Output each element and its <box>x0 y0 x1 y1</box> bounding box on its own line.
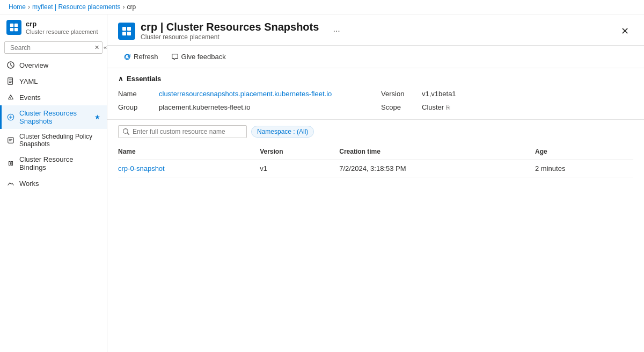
more-options-button[interactable]: ··· <box>328 24 344 38</box>
search-input[interactable] <box>10 44 91 52</box>
copy-icon[interactable]: ⎘ <box>446 104 450 111</box>
sidebar-resource-subtitle: Cluster resource placement <box>26 28 98 35</box>
sidebar: crp Cluster resource placement ✕ « Overv… <box>0 15 107 352</box>
page-subtitle: Cluster resource placement <box>141 33 319 41</box>
namespace-filter-badge[interactable]: Namespace : (All) <box>251 126 314 138</box>
chevron-up-icon: ∧ <box>118 75 123 83</box>
bindings-label: Cluster Resource Bindings <box>19 155 100 171</box>
snapshot-name-link[interactable]: crp-0-snapshot <box>118 164 165 173</box>
yaml-icon <box>6 77 15 85</box>
essentials-name-row: Name clusterresourcesnapshots.placement.… <box>118 88 370 99</box>
svg-rect-9 <box>127 27 131 31</box>
col-name[interactable]: Name <box>118 143 260 160</box>
table-row: crp-0-snapshot v1 7/2/2024, 3:18:53 PM 2… <box>118 160 633 177</box>
sidebar-item-cluster-resources-snapshots[interactable]: Cluster Resources Snapshots ★ <box>0 105 107 129</box>
essentials-section: ∧ Essentials Name clusterresourcesnapsho… <box>107 68 644 120</box>
snapshots-icon <box>6 113 15 121</box>
essentials-name-label: Name <box>118 90 156 98</box>
sidebar-item-overview[interactable]: Overview <box>0 57 107 73</box>
events-icon <box>6 93 15 102</box>
essentials-version-value: v1,v1beta1 <box>422 90 456 98</box>
policy-snapshots-label: Cluster Scheduling Policy Snapshots <box>19 133 100 148</box>
resource-search-input[interactable] <box>133 128 242 135</box>
sidebar-header: crp Cluster resource placement <box>0 15 107 38</box>
svg-rect-3 <box>14 28 18 31</box>
search-clear-icon[interactable]: ✕ <box>93 44 101 52</box>
essentials-scope-row: Scope Cluster ⎘ <box>381 102 633 113</box>
snapshot-age: 2 minutes <box>535 160 633 177</box>
essentials-scope-label: Scope <box>381 103 419 111</box>
breadcrumb-home[interactable]: Home <box>9 3 26 11</box>
col-age[interactable]: Age <box>535 143 633 160</box>
sidebar-item-events[interactable]: Events <box>0 89 107 105</box>
sidebar-item-yaml[interactable]: YAML <box>0 73 107 89</box>
essentials-header[interactable]: ∧ Essentials <box>118 75 633 83</box>
refresh-icon <box>123 53 131 61</box>
resources-table: Name Version Creation time Age crp-0-sna… <box>118 143 633 177</box>
feedback-label: Give feedback <box>181 53 226 61</box>
sidebar-search-box[interactable]: ✕ « <box>4 41 103 54</box>
col-creation-time[interactable]: Creation time <box>339 143 535 160</box>
snapshot-version: v1 <box>260 160 339 177</box>
close-button[interactable]: ✕ <box>617 23 633 39</box>
feedback-icon <box>171 53 179 61</box>
sidebar-logo-icon <box>6 20 21 35</box>
overview-label: Overview <box>19 61 48 69</box>
main-content: crp | Cluster Resources Snapshots Cluste… <box>107 15 644 352</box>
snapshot-creation-time: 7/2/2024, 3:18:53 PM <box>339 160 535 177</box>
page-title: crp | Cluster Resources Snapshots <box>141 21 319 33</box>
essentials-group-label: Group <box>118 103 156 111</box>
essentials-grid: Name clusterresourcesnapshots.placement.… <box>118 88 633 113</box>
essentials-title: Essentials <box>127 75 161 83</box>
breadcrumb: Home › myfleet | Resource placements › c… <box>0 0 644 15</box>
works-icon <box>6 179 15 188</box>
star-icon[interactable]: ★ <box>94 113 100 121</box>
content-header: crp | Cluster Resources Snapshots Cluste… <box>107 15 644 46</box>
yaml-label: YAML <box>19 77 38 85</box>
table-body: crp-0-snapshot v1 7/2/2024, 3:18:53 PM 2… <box>118 160 633 177</box>
sidebar-nav: Overview YAML Events Clust <box>0 57 107 352</box>
svg-rect-10 <box>122 32 126 35</box>
essentials-scope-value: Cluster ⎘ <box>422 103 450 111</box>
breadcrumb-myfleet[interactable]: myfleet | Resource placements <box>32 3 121 11</box>
svg-rect-7 <box>8 138 14 143</box>
sidebar-item-cluster-resource-bindings[interactable]: Cluster Resource Bindings <box>0 152 107 175</box>
svg-rect-0 <box>10 24 13 27</box>
col-version[interactable]: Version <box>260 143 339 160</box>
table-header: Name Version Creation time Age <box>118 143 633 160</box>
filter-search-box[interactable] <box>118 125 247 138</box>
overview-icon <box>6 61 15 69</box>
filter-search-icon <box>123 128 129 135</box>
cluster-resources-snapshots-label: Cluster Resources Snapshots <box>19 109 90 125</box>
essentials-name-value: clusterresourcesnapshots.placement.kuber… <box>159 90 332 98</box>
sidebar-item-works[interactable]: Works <box>0 175 107 191</box>
filter-bar: Namespace : (All) <box>107 120 644 143</box>
svg-rect-8 <box>122 27 126 31</box>
content-logo-icon <box>118 23 135 40</box>
refresh-label: Refresh <box>134 53 158 61</box>
feedback-button[interactable]: Give feedback <box>166 50 231 63</box>
works-label: Works <box>19 179 39 188</box>
essentials-version-row: Version v1,v1beta1 <box>381 88 633 99</box>
essentials-group-value: placement.kubernetes-fleet.io <box>159 103 251 111</box>
sidebar-item-cluster-scheduling-policy-snapshots[interactable]: Cluster Scheduling Policy Snapshots <box>0 129 107 152</box>
svg-rect-2 <box>10 28 13 31</box>
essentials-version-label: Version <box>381 90 419 98</box>
content-logo-svg <box>121 26 132 37</box>
table-container: Name Version Creation time Age crp-0-sna… <box>107 143 644 177</box>
sidebar-resource-title: crp <box>26 20 98 28</box>
breadcrumb-crp: crp <box>127 3 136 11</box>
events-label: Events <box>19 94 41 102</box>
bindings-icon <box>6 159 15 168</box>
svg-rect-11 <box>127 32 131 35</box>
toolbar: Refresh Give feedback <box>107 46 644 68</box>
policy-icon <box>6 136 15 145</box>
svg-rect-1 <box>14 24 18 27</box>
search-collapse-icon[interactable]: « <box>102 44 107 52</box>
refresh-button[interactable]: Refresh <box>118 50 164 63</box>
crp-logo-svg <box>9 23 19 32</box>
essentials-group-row: Group placement.kubernetes-fleet.io <box>118 102 370 113</box>
